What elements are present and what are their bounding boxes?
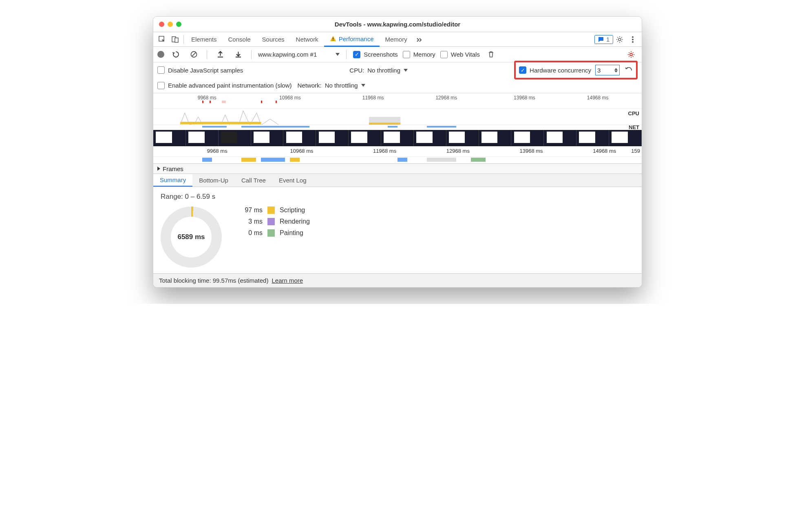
legend-row: 0 ms Painting: [238, 229, 310, 237]
filmstrip-frame[interactable]: [283, 130, 316, 146]
filmstrip-frame[interactable]: [446, 130, 479, 146]
network-throttle-select[interactable]: Network: No throttling: [298, 82, 365, 89]
record-button[interactable]: [157, 51, 164, 58]
filmstrip-frame[interactable]: [153, 130, 186, 146]
inspect-icon[interactable]: [156, 33, 169, 46]
settings-icon[interactable]: [613, 33, 626, 46]
filmstrip-frame[interactable]: [479, 130, 512, 146]
options-row-2: Enable advanced paint instrumentation (s…: [153, 78, 642, 93]
warning-icon: [330, 35, 336, 42]
filmstrip-frame[interactable]: [511, 130, 544, 146]
kebab-menu-icon[interactable]: [626, 33, 639, 46]
hw-concurrency-checkbox[interactable]: ✓ Hardware concurrency: [519, 66, 591, 74]
perf-toolbar: www.kapwing.com #1 ✓ Screenshots Memory …: [153, 47, 642, 62]
hardware-concurrency-group: ✓ Hardware concurrency 3: [514, 61, 638, 79]
frames-section-header[interactable]: Frames: [153, 163, 642, 174]
target-select[interactable]: www.kapwing.com #1: [258, 51, 340, 58]
svg-rect-4: [333, 40, 333, 41]
summary-legend: 97 ms Scripting 3 ms Rendering 0 ms Pain…: [238, 207, 310, 237]
caret-right-icon: [157, 167, 160, 171]
chevron-down-icon: [336, 53, 340, 56]
svg-point-5: [618, 38, 621, 41]
screenshots-checkbox[interactable]: ✓ Screenshots: [353, 51, 398, 58]
tab-console[interactable]: Console: [223, 32, 256, 47]
traffic-lights: [159, 22, 181, 27]
tab-performance[interactable]: Performance: [324, 32, 380, 47]
tab-elements[interactable]: Elements: [186, 32, 223, 47]
summary-donut: 6589 ms: [161, 207, 222, 268]
reset-icon[interactable]: [624, 64, 633, 77]
checkbox-checked-icon: ✓: [519, 66, 526, 74]
web-vitals-checkbox[interactable]: Web Vitals: [440, 51, 480, 58]
divider: [207, 50, 207, 59]
reload-icon[interactable]: [169, 48, 182, 61]
svg-point-13: [630, 53, 632, 56]
checkbox-icon: [157, 66, 165, 74]
chevron-down-icon: [361, 84, 365, 87]
tab-network[interactable]: Network: [290, 32, 324, 47]
issues-chip[interactable]: 1: [594, 35, 613, 44]
clear-icon[interactable]: [187, 48, 200, 61]
net-label: NET: [629, 124, 639, 130]
filmstrip-frame[interactable]: [381, 130, 414, 146]
detail-tabs: Summary Bottom-Up Call Tree Event Log: [153, 174, 642, 187]
maximize-window-button[interactable]: [176, 22, 181, 27]
main-tabs: Elements Console Sources Network Perform…: [153, 32, 642, 47]
checkbox-icon: [440, 51, 448, 58]
legend-row: 97 ms Scripting: [238, 207, 310, 214]
close-window-button[interactable]: [159, 22, 164, 27]
filmstrip-frame[interactable]: [349, 130, 381, 146]
hw-concurrency-input[interactable]: 3: [595, 65, 620, 75]
dtab-summary[interactable]: Summary: [153, 174, 192, 187]
download-icon[interactable]: [232, 48, 245, 61]
titlebar: DevTools - www.kapwing.com/studio/editor: [153, 17, 642, 32]
legend-row: 3 ms Rendering: [238, 218, 310, 225]
divider: [183, 35, 184, 44]
filmstrip-frame[interactable]: [219, 130, 251, 146]
learn-more-link[interactable]: Learn more: [272, 277, 303, 284]
minimize-window-button[interactable]: [168, 22, 173, 27]
detail-timeline[interactable]: 9968 ms 10968 ms 11968 ms 12968 ms 13968…: [153, 146, 642, 157]
range-text: Range: 0 – 6.59 s: [161, 193, 634, 201]
number-stepper-icon[interactable]: [614, 68, 618, 73]
disable-js-checkbox[interactable]: Disable JavaScript samples: [157, 66, 243, 74]
overview-timeline[interactable]: 9968 ms 10968 ms 11968 ms 12968 ms 13968…: [153, 93, 642, 109]
checkbox-icon: [157, 82, 165, 89]
filmstrip-frame[interactable]: [251, 130, 284, 146]
dtab-call-tree[interactable]: Call Tree: [235, 174, 272, 187]
tab-memory[interactable]: Memory: [380, 32, 413, 47]
screenshot-filmstrip[interactable]: [153, 130, 642, 146]
trash-icon[interactable]: [485, 48, 498, 61]
filmstrip-frame[interactable]: [544, 130, 576, 146]
memory-checkbox[interactable]: Memory: [403, 51, 435, 58]
flame-preview[interactable]: [153, 157, 642, 163]
tab-sources[interactable]: Sources: [256, 32, 290, 47]
filmstrip-frame[interactable]: [186, 130, 219, 146]
swatch-icon: [267, 207, 275, 214]
filmstrip-frame[interactable]: [316, 130, 349, 146]
cpu-overview[interactable]: CPU: [153, 109, 642, 125]
more-tabs-icon[interactable]: [413, 33, 426, 46]
device-toggle-icon[interactable]: [169, 33, 182, 46]
summary-panel: Range: 0 – 6.59 s 6589 ms 97 ms Scriptin…: [153, 187, 642, 273]
paint-instrumentation-checkbox[interactable]: Enable advanced paint instrumentation (s…: [157, 82, 292, 89]
svg-point-7: [632, 39, 634, 40]
filmstrip-frame[interactable]: [414, 130, 446, 146]
dtab-event-log[interactable]: Event Log: [272, 174, 313, 187]
window-title: DevTools - www.kapwing.com/studio/editor: [153, 21, 642, 28]
filmstrip-frame[interactable]: [609, 130, 642, 146]
chevron-down-icon: [404, 69, 408, 72]
divider: [346, 50, 347, 59]
swatch-icon: [267, 218, 275, 225]
checkbox-checked-icon: ✓: [353, 51, 360, 58]
tbt-text: Total blocking time: 99.57ms (estimated): [159, 277, 268, 284]
upload-icon[interactable]: [214, 48, 227, 61]
capture-settings-icon[interactable]: [625, 48, 638, 61]
swatch-icon: [267, 229, 275, 237]
filmstrip-frame[interactable]: [576, 130, 609, 146]
dtab-bottom-up[interactable]: Bottom-Up: [192, 174, 235, 187]
svg-rect-3: [333, 37, 333, 40]
svg-rect-2: [175, 38, 178, 42]
divider: [251, 50, 252, 59]
cpu-throttle-select[interactable]: CPU: No throttling: [349, 67, 408, 74]
